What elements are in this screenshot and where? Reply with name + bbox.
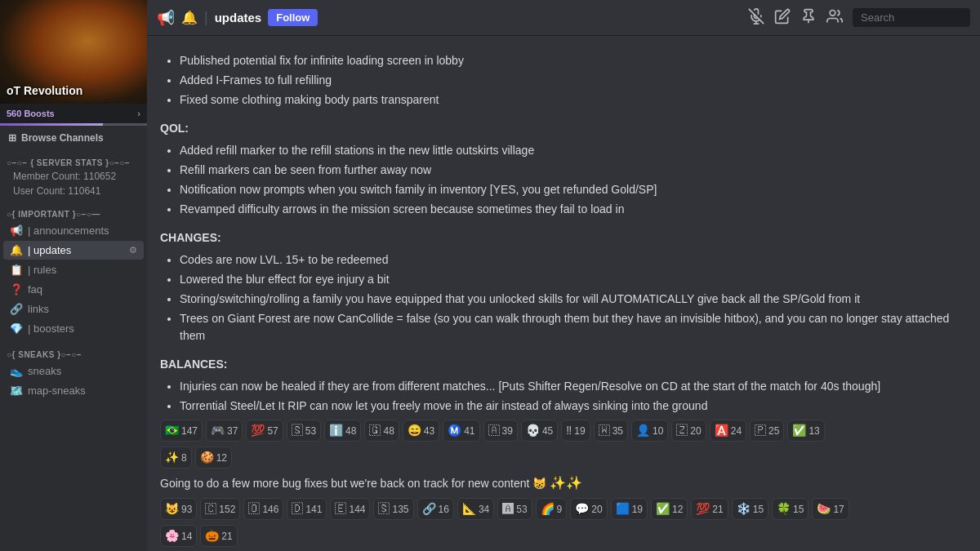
channel-item-updates[interactable]: 🔔 | updates ⚙ [3,241,144,260]
main-area: 📢 🔔 | updates Follow [147,0,980,551]
server-header[interactable]: oT Revolution [0,0,147,104]
category-label-sneaks: ○{ SNEAKS }○–○– [7,350,82,359]
reaction-item[interactable]: 🇧🇷147 [160,420,203,442]
list-item: Added refill marker to the refill statio… [180,142,967,159]
category-important: ○{ IMPORTANT }○–○— [0,205,147,220]
top-bullet-list: Published potential fix for infinite loa… [160,52,967,109]
browse-channels-button[interactable]: ⊞ Browse Channels [0,126,147,150]
reaction-item[interactable]: 💬20 [570,498,607,520]
reaction-item[interactable]: 🅰53 [497,498,532,520]
qol-header: QOL: [160,120,967,137]
reaction-item[interactable]: 🎃21 [200,525,237,547]
reaction-item[interactable]: 🇸53 [287,420,321,442]
reactions-row-4: 🌸14 🎃21 [160,525,967,547]
message-content: Published potential fix for infinite loa… [160,52,967,547]
reaction-item[interactable]: 🍉17 [812,498,849,520]
channel-item-faq[interactable]: ❓ faq [3,280,144,299]
list-item: Codes are now LVL. 15+ to be redeemed [180,251,967,269]
members-icon[interactable] [826,8,843,28]
reaction-item[interactable]: 🇬48 [364,420,399,442]
reaction-item[interactable]: 🌈9 [536,498,568,520]
boost-count: 560 Boosts [7,109,55,118]
reaction-item[interactable]: ✨8 [160,447,192,469]
reaction-item[interactable]: 🇿20 [671,420,706,442]
channel-label-updates: | updates [28,244,71,256]
reaction-item[interactable]: 😺93 [160,498,197,520]
changes-header: CHANGES: [160,229,967,247]
boosters-icon: 💎 [10,322,23,335]
mute-icon[interactable] [748,8,764,28]
server-title: oT Revolution [7,84,82,97]
reaction-item[interactable]: 💀45 [521,420,558,442]
reaction-item[interactable]: 🇨152 [200,498,240,520]
browse-channels-label: Browse Channels [21,132,104,144]
reaction-item[interactable]: 📐34 [457,498,494,520]
reaction-item[interactable]: 🇸135 [373,498,413,520]
reaction-item[interactable]: 🔗16 [417,498,454,520]
reaction-item[interactable]: ❄️15 [732,498,768,520]
chat-area[interactable]: Published potential fix for infinite loa… [147,36,980,551]
channel-item-announcements[interactable]: 📢 | announcements [3,221,144,240]
reaction-item[interactable]: 🌸14 [160,525,197,547]
boost-arrow: › [137,109,140,118]
balances-list: Injuries can now be healed if they are f… [160,378,967,415]
links-icon: 🔗 [10,303,23,315]
edit-icon[interactable] [774,8,791,28]
reaction-item[interactable]: 🎮37 [206,420,243,442]
reaction-item[interactable]: 🍀15 [772,498,808,520]
list-item: Fixed some clothing making body parts tr… [180,91,967,109]
reaction-item[interactable]: 🇴146 [243,498,283,520]
rules-icon: 📋 [10,264,23,276]
balances-header: BALANCES: [160,356,967,373]
message-ending-text: Going to do a few more bug fixes but we'… [160,473,967,493]
reaction-item[interactable]: 🇦39 [483,420,518,442]
channel-label-links: links [28,303,49,315]
follow-button[interactable]: Follow [268,9,318,26]
reaction-item[interactable]: ✅13 [787,420,824,442]
channel-item-links[interactable]: 🔗 links [3,300,144,318]
map-sneaks-icon: 🗺️ [10,384,23,397]
reaction-item[interactable]: 🇪144 [330,498,370,520]
list-item: Notification now prompts when you switch… [180,181,967,198]
reaction-item[interactable]: 🇼35 [594,420,628,442]
qol-list: Added refill marker to the refill statio… [160,142,967,218]
topbar-channel-name: updates [215,11,262,24]
boosts-bar[interactable]: 560 Boosts › [0,104,147,123]
reaction-item[interactable]: 🍪12 [195,447,232,469]
channel-item-sneaks[interactable]: 👟 sneaks [3,362,144,380]
pin-icon[interactable] [800,8,817,28]
reaction-item[interactable]: 🇵25 [750,420,784,442]
list-item: Injuries can now be healed if they are f… [180,378,967,395]
category-prefix: ○–○– [7,158,27,167]
reaction-item[interactable]: 👤10 [631,420,668,442]
list-item: Torrential Steel/Let It RIP can now let … [180,398,967,415]
channel-label-map-sneaks: map-sneaks [28,384,86,397]
reaction-item[interactable]: 🅰️24 [710,420,746,442]
channel-section-important: ○{ IMPORTANT }○–○— 📢 | announcements 🔔 |… [0,202,147,342]
reaction-item[interactable]: ‼️19 [561,420,590,442]
svg-point-4 [830,10,835,16]
list-item: Added I-Frames to full refilling [180,72,967,89]
channel-section-server-stats: ○–○– { SERVER STATS }○–○– Member Count: … [0,150,147,202]
channel-item-map-sneaks[interactable]: 🗺️ map-sneaks [3,381,144,400]
reaction-item[interactable]: 🟦19 [611,498,648,520]
notification-bell-icon: 🔔 [181,10,198,25]
updates-icon: 🔔 [10,244,23,256]
channel-item-rules[interactable]: 📋 | rules [3,260,144,279]
search-input[interactable] [853,8,970,27]
reaction-item[interactable]: Ⓜ️41 [443,420,479,442]
channel-section-sneaks: ○{ SNEAKS }○–○– 👟 sneaks 🗺️ map-sneaks [0,342,147,404]
reaction-item[interactable]: 💯57 [246,420,283,442]
list-item: Trees on Giant Forest are now CanCollide… [180,310,967,344]
member-count: Member Count: 110652 [0,169,147,184]
reaction-item[interactable]: ℹ️48 [324,420,361,442]
reaction-item[interactable]: 🇩141 [287,498,327,520]
reaction-item[interactable]: 😄43 [403,420,439,442]
topbar-separator: | [204,9,208,26]
category-label: { SERVER STATS }○–○– [30,158,130,167]
channel-item-boosters[interactable]: 💎 | boosters [3,319,144,338]
announcements-icon: 📢 [10,224,23,237]
reaction-item[interactable]: 💯21 [691,498,728,520]
reaction-item[interactable]: ✅12 [651,498,688,520]
category-server-stats: ○–○– { SERVER STATS }○–○– [0,153,147,169]
